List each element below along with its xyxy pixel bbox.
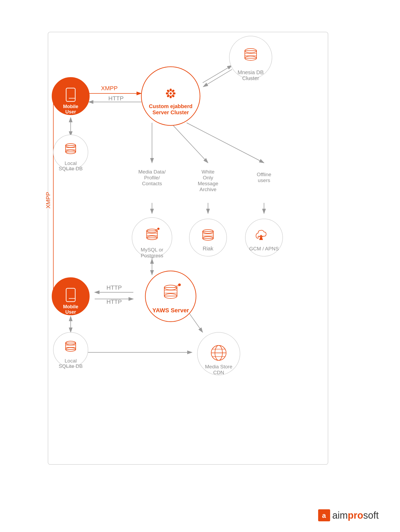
label-sqlite-top1: Local [65,160,77,166]
svg-point-33 [157,228,159,230]
label-white-only1: White [202,169,215,175]
arrow-mnesia-to-ejabberd [203,69,232,87]
label-offline2: users [258,178,270,183]
label-offline1: Offline [257,172,271,177]
label-white-only4: Archive [199,187,216,192]
svg-point-15 [167,95,169,97]
svg-point-16 [172,95,174,97]
logo-aim: aim [332,510,348,521]
svg-point-13 [167,90,169,92]
arrow-ejabberd-to-mnesia [203,65,232,83]
logo-text: aimprosoft [332,510,379,521]
label-sqlite-bot2: SQLite DB [59,363,83,369]
svg-point-12 [173,92,175,94]
label-riak: Riak [203,246,214,251]
label-media-store2: CDN [213,370,224,375]
architecture-svg: XMPP HTTP HTTP HTTP XMPP Mobile User [21,16,379,502]
label-mnesia2: Cluster [242,75,259,81]
label-mobile-user-bot2: User [65,309,76,315]
label-mysql2: Postgress [141,253,163,258]
label-white-only3: Message [198,181,218,186]
logo-pro: pro [348,510,363,521]
label-mnesia1: Mnesia DB [238,69,264,75]
label-gcm: GCM / APNS [249,246,279,251]
label-media-store1: Media Store [205,364,232,369]
logo-area: a aimprosoft [318,509,379,521]
svg-point-8 [170,92,172,94]
label-xmpp-top: XMPP [101,85,118,92]
label-ejabberd1: Custom ejabberd [149,103,192,109]
svg-point-11 [166,92,168,94]
label-mobile-user-bot1: Mobile [63,304,78,309]
svg-point-14 [172,90,174,92]
svg-point-10 [170,96,172,98]
label-mobile-user-top: Mobile [63,104,78,109]
logo-icon: a [318,509,330,521]
label-media-data1: Media Data/ [138,169,166,175]
label-http-yaws-left: HTTP [106,284,122,291]
label-mobile-user-top2: User [65,109,76,115]
label-sqlite-top2: SQLite DB [59,166,83,171]
arrow-ejabberd-to-offline [187,123,264,163]
logo-soft: soft [363,510,379,521]
label-sqlite-bot1: Local [65,358,77,364]
label-http-mobile-right: HTTP [106,298,122,305]
label-http-top: HTTP [108,95,123,102]
label-white-only2: Only [203,175,213,180]
label-media-data3: Contacts [142,181,162,186]
label-yaws: YAWS Server [152,307,189,314]
svg-text:a: a [322,511,326,519]
label-media-data2: Profile/ [144,175,160,180]
svg-point-9 [170,89,172,91]
label-mysql1: MySQL or [141,247,163,253]
ejabberd-icon [166,89,175,98]
arrow-ejabberd-to-white [171,123,208,163]
diagram-container: XMPP HTTP HTTP HTTP XMPP Mobile User [21,16,379,502]
label-xmpp-vertical: XMPP [45,192,51,208]
label-ejabberd2: Server Cluster [153,109,189,115]
